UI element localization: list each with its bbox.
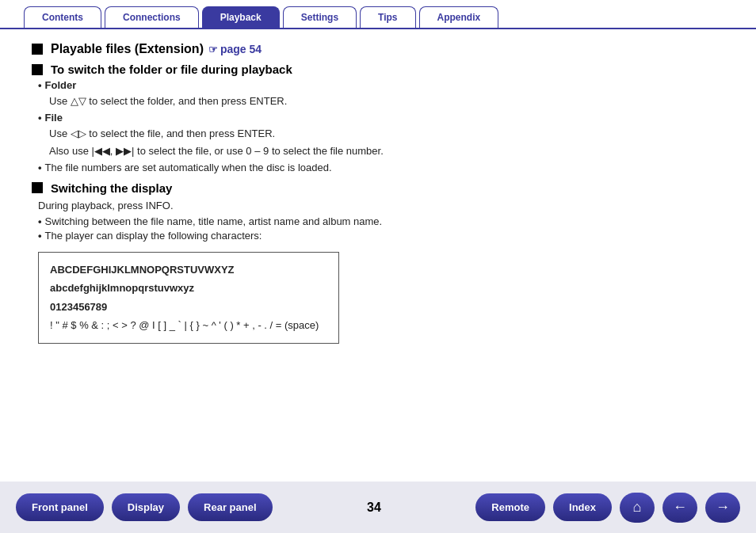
section3-icon — [32, 182, 43, 193]
tab-playback[interactable]: Playback — [202, 6, 280, 28]
section2-heading: To switch the folder or file during play… — [51, 63, 292, 76]
note-item: • The file numbers are set automatically… — [38, 162, 724, 173]
section1-heading: Playable files (Extension) — [51, 42, 204, 56]
forward-button[interactable]: → — [705, 493, 740, 523]
folder-label: Folder — [45, 79, 77, 91]
file-text1: Use ◁▷ to select the file, and then pres… — [49, 126, 724, 142]
top-navigation: Contents Connections Playback Settings T… — [0, 0, 756, 29]
bullet-dot-display2: • — [38, 230, 42, 242]
index-button[interactable]: Index — [553, 493, 612, 521]
char-line-2: abcdefghijklmnopqrstuvwxyz — [50, 279, 327, 297]
file-item: • File — [38, 112, 724, 124]
page-number: 34 — [288, 501, 460, 515]
display-bullet1: • Switching between the file name, title… — [38, 215, 724, 227]
back-icon: ← — [673, 499, 687, 516]
tab-appendix[interactable]: Appendix — [419, 6, 499, 28]
bullet-dot-display1: • — [38, 215, 42, 227]
folder-text: Use △▽ to select the folder, and then pr… — [49, 93, 724, 109]
section3-heading: Switching the display — [51, 181, 172, 195]
folder-item: • Folder — [38, 79, 724, 91]
remote-button[interactable]: Remote — [475, 493, 545, 521]
char-line-4: ! " # $ % & : ; < > ? @ I [ ] _ ` | { } … — [50, 316, 327, 334]
home-button[interactable]: ⌂ — [620, 493, 655, 523]
display-button[interactable]: Display — [112, 493, 180, 521]
display-text2: The player can display the following cha… — [45, 230, 262, 242]
char-line-1: ABCDEFGHIJKLMNOPQRSTUVWXYZ — [50, 261, 327, 279]
display-bullet2: • The player can display the following c… — [38, 230, 724, 242]
bullet-dot-folder: • — [38, 79, 42, 91]
section1-icon — [32, 44, 43, 55]
file-label: File — [45, 112, 63, 124]
bullet-dot-note: • — [38, 162, 42, 173]
section1-page-link[interactable]: page 54 — [208, 43, 262, 55]
section1-title: Playable files (Extension) page 54 — [32, 42, 724, 56]
home-icon: ⌂ — [633, 499, 642, 516]
character-box: ABCDEFGHIJKLMNOPQRSTUVWXYZ abcdefghijklm… — [38, 252, 339, 344]
section2-icon — [32, 64, 43, 75]
tab-settings[interactable]: Settings — [283, 6, 357, 28]
rear-panel-button[interactable]: Rear panel — [188, 493, 272, 521]
back-button[interactable]: ← — [662, 493, 697, 523]
section2-title: To switch the folder or file during play… — [32, 63, 724, 76]
bullet-dot-file: • — [38, 112, 42, 124]
tab-tips[interactable]: Tips — [360, 6, 415, 28]
note-text: The file numbers are set automatically w… — [45, 162, 332, 173]
tab-connections[interactable]: Connections — [105, 6, 199, 28]
char-line-3: 0123456789 — [50, 298, 327, 316]
file-text2: Also use |◀◀, ▶▶| to select the file, or… — [49, 143, 724, 159]
bottom-bar: Front panel Display Rear panel 34 Remote… — [0, 482, 756, 533]
tab-contents[interactable]: Contents — [24, 6, 101, 28]
main-content: Playable files (Extension) page 54 To sw… — [0, 29, 756, 360]
front-panel-button[interactable]: Front panel — [16, 493, 104, 521]
forward-icon: → — [716, 499, 730, 516]
section3-title: Switching the display — [32, 181, 724, 195]
section3-intro: During playback, press INFO. — [38, 198, 724, 214]
display-text1: Switching between the file name, title n… — [45, 215, 383, 227]
